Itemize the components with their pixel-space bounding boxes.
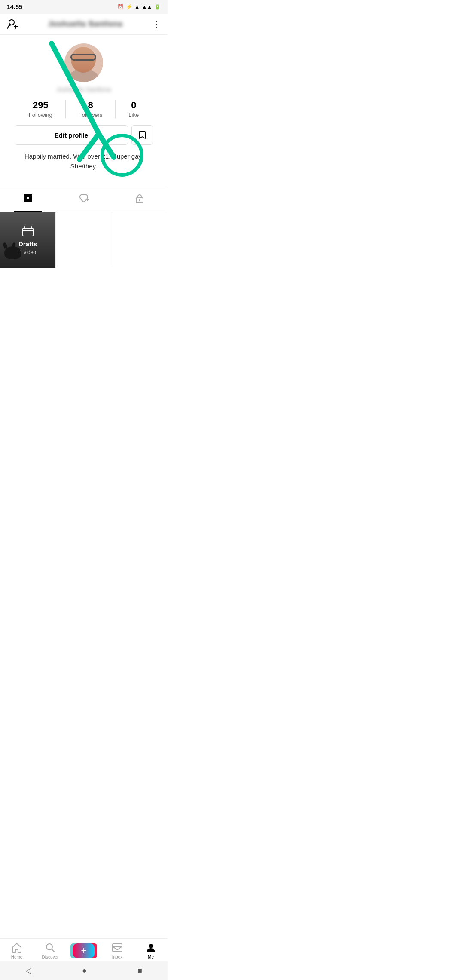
svg-rect-20 (23, 228, 33, 236)
status-icons: ⏰ ⚡ ▲ ▲▲ 🔋 (117, 4, 161, 10)
status-time: 14:55 (7, 3, 22, 10)
likes-label: Like (128, 112, 139, 118)
bookmark-icon (137, 130, 147, 140)
wifi-icon: ▲ (134, 4, 140, 10)
stats-row: 295 Following 8 Followers 0 Like (7, 100, 161, 118)
likes-count: 0 (131, 100, 136, 111)
tabs-container (0, 187, 168, 212)
following-count: 295 (33, 100, 49, 111)
drafts-video-cell[interactable]: Drafts 1 video (0, 212, 55, 268)
avatar-container (64, 43, 103, 82)
profile-section: Joshuella Santlona 295 Following 8 Follo… (0, 35, 168, 178)
alarm-icon: ⏰ (117, 4, 124, 10)
signal-icon: ▲▲ (142, 4, 152, 10)
video-cell-2[interactable] (56, 212, 111, 268)
add-user-icon (7, 18, 19, 30)
tab-videos[interactable] (0, 187, 56, 212)
username-header: Joshuella Santlona (49, 20, 123, 28)
stat-likes[interactable]: 0 Like (116, 100, 152, 118)
following-label: Following (29, 112, 52, 118)
avatar (64, 43, 103, 82)
edit-profile-button[interactable]: Edit profile (15, 125, 128, 145)
battery-icon: 🔋 (154, 4, 161, 10)
more-options-button[interactable]: ⋮ (152, 19, 161, 29)
tab-private[interactable] (112, 187, 168, 212)
bookmark-button[interactable] (131, 125, 153, 145)
add-user-button[interactable] (7, 18, 19, 30)
grid-icon (23, 193, 33, 206)
top-navigation: Joshuella Santlona ⋮ (0, 14, 168, 35)
lock-icon (135, 193, 144, 206)
stat-followers[interactable]: 8 Followers (66, 100, 116, 118)
drafts-label: Drafts (18, 240, 37, 248)
video-cell-3[interactable] (112, 212, 168, 268)
followers-label: Followers (79, 112, 103, 118)
profile-username: Joshuella Santlona (57, 86, 111, 93)
followers-count: 8 (88, 100, 93, 111)
videos-grid: Drafts 1 video (0, 212, 168, 268)
bluetooth-icon: ⚡ (126, 4, 132, 10)
drafts-count: 1 video (19, 249, 36, 255)
status-bar: 14:55 ⏰ ⚡ ▲ ▲▲ 🔋 (0, 0, 168, 14)
tab-liked[interactable] (56, 187, 112, 212)
bio-text: Happily married. Well over 21. Super gay… (7, 152, 161, 171)
action-buttons: Edit profile (15, 125, 153, 145)
svg-point-0 (9, 20, 14, 25)
drafts-icon (21, 225, 35, 239)
heart-icon (78, 193, 89, 206)
svg-point-19 (139, 199, 140, 201)
stat-following[interactable]: 295 Following (16, 100, 66, 118)
